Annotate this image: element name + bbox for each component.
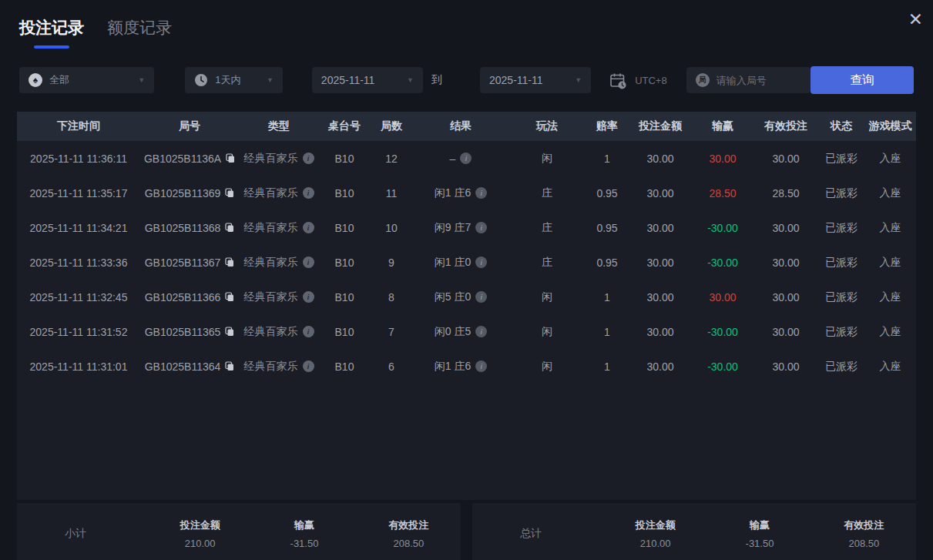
close-icon[interactable]: ✕ [908,11,923,29]
cell-bet-time: 2025-11-11 11:31:52 [17,326,140,338]
filter-bar: ♠ 全部 ▼ 1天内 ▼ 2025-11-11 ▼ 到 2025-11-11 ▼ [19,67,914,93]
cell-win-loss: 28.50 [692,187,753,200]
cell-bet-time: 2025-11-11 11:35:17 [17,187,140,200]
game-type-info-icon[interactable]: i [303,360,314,372]
result-info-icon[interactable]: i [460,153,472,164]
cell-win-loss: -30.00 [692,360,753,373]
chevron-down-icon: ▼ [138,76,145,84]
cell-status: 已派彩 [818,256,864,270]
result-text: 闲0 庄5 [435,325,471,339]
cell-game-id: GB1025B11368 [140,222,239,234]
game-type-text: 经典百家乐 [244,256,298,270]
category-select-value: 全部 [49,73,69,87]
cell-play-type: 庄 [508,186,586,200]
cell-valid-bet: 30.00 [753,153,818,165]
tab-bar: 投注记录 额度记录 [19,17,172,49]
cell-game-id: GB1025B11366 [140,291,239,303]
cell-table-no: B10 [319,187,370,200]
cell-table-no: B10 [319,360,370,373]
category-select[interactable]: ♠ 全部 ▼ [19,67,154,93]
result-text: 闲1 庄6 [435,360,471,374]
result-text: 闲9 庄7 [435,221,471,235]
date-from-picker[interactable]: 2025-11-11 ▼ [312,67,423,93]
game-type-info-icon[interactable]: i [303,187,314,199]
cell-valid-bet: 28.50 [753,187,818,200]
calendar-clock-icon [609,72,626,89]
cell-play-type: 庄 [508,256,586,270]
cell-game-type: 经典百家乐 i [239,221,319,235]
copy-icon[interactable] [225,361,234,371]
table-row: 2025-11-11 11:35:17 GB1025B11369 经典百家乐 i… [17,176,916,210]
spade-icon: ♠ [29,73,42,87]
time-range-select[interactable]: 1天内 ▼ [185,67,283,93]
copy-icon[interactable] [225,257,234,267]
cell-result: 闲1 庄0 i [413,256,508,270]
cell-odds: 0.95 [586,187,629,200]
cell-game-type: 经典百家乐 i [239,360,319,374]
col-header-status: 状态 [818,119,864,133]
cell-bet-amount: 30.00 [629,326,692,338]
game-type-info-icon[interactable]: i [303,153,314,164]
result-text: 闲1 庄6 [435,186,471,200]
game-type-info-icon[interactable]: i [303,291,314,303]
game-type-text: 经典百家乐 [244,325,298,339]
tab-betting-records[interactable]: 投注记录 [19,17,84,49]
col-header-valid-bet: 有效投注 [753,119,818,133]
game-id-text: GB1025B11369 [145,187,221,200]
copy-icon[interactable] [225,292,234,302]
game-type-text: 经典百家乐 [244,152,298,166]
copy-icon[interactable] [226,153,235,163]
cell-table-no: B10 [319,153,370,165]
game-id-search[interactable]: 局 [686,67,811,93]
game-type-text: 经典百家乐 [244,290,298,304]
cell-game-mode: 入座 [864,325,916,339]
result-info-icon[interactable]: i [475,257,487,268]
result-info-icon[interactable]: i [475,222,487,233]
cell-game-type: 经典百家乐 i [239,325,319,339]
total-label: 总计 [472,527,603,541]
cell-round-no: 6 [370,360,413,373]
date-to-picker[interactable]: 2025-11-11 ▼ [480,67,591,93]
tab-quota-records[interactable]: 额度记录 [107,17,172,49]
cell-valid-bet: 30.00 [753,360,818,373]
col-header-play-type: 玩法 [508,119,586,133]
result-info-icon[interactable]: i [475,360,487,372]
game-type-info-icon[interactable]: i [303,257,314,268]
cell-odds: 1 [586,291,629,303]
table-row: 2025-11-11 11:34:21 GB1025B11368 经典百家乐 i… [17,210,916,245]
cell-win-loss: -30.00 [692,222,753,234]
game-type-text: 经典百家乐 [244,221,298,235]
game-type-info-icon[interactable]: i [303,326,314,337]
cell-play-type: 闲 [508,290,586,304]
cell-valid-bet: 30.00 [753,257,818,269]
cell-bet-time: 2025-11-11 11:31:01 [17,360,140,373]
copy-icon[interactable] [225,327,234,337]
copy-icon[interactable] [225,223,234,233]
game-type-text: 经典百家乐 [244,360,298,374]
result-info-icon[interactable]: i [475,291,487,303]
cell-status: 已派彩 [818,290,864,304]
game-id-search-input[interactable] [717,75,802,86]
cell-game-id: GB1025B11364 [140,360,239,373]
cell-win-loss: 30.00 [692,153,753,165]
cell-bet-amount: 30.00 [629,222,692,234]
chevron-down-icon: ▼ [267,76,274,84]
cell-play-type: 闲 [508,360,586,374]
col-header-odds: 赔率 [586,119,629,133]
cell-bet-amount: 30.00 [629,291,692,303]
game-id-text: GB1025B11365 [145,326,221,338]
query-button[interactable]: 查询 [811,66,914,94]
cell-game-mode: 入座 [864,290,916,304]
cell-status: 已派彩 [818,360,864,374]
tab-betting-records-label: 投注记录 [19,18,84,36]
game-type-info-icon[interactable]: i [303,222,314,233]
game-id-icon: 局 [696,73,710,87]
result-text: 闲1 庄0 [435,256,471,270]
result-info-icon[interactable]: i [475,326,487,337]
cell-status: 已派彩 [818,152,864,166]
cell-game-mode: 入座 [864,186,916,200]
result-info-icon[interactable]: i [475,187,487,199]
col-header-bet-time: 下注时间 [17,119,140,133]
copy-icon[interactable] [225,188,234,198]
col-header-game-id: 局号 [140,119,239,133]
